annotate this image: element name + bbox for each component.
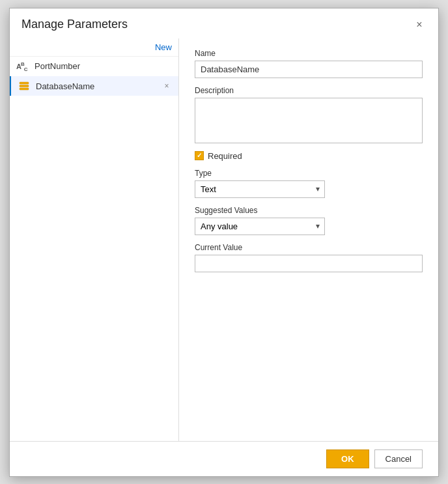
param-name-portnumber: PortNumber bbox=[35, 61, 172, 71]
type-label: Type bbox=[195, 169, 423, 178]
current-value-input[interactable] bbox=[195, 255, 423, 272]
description-input[interactable] bbox=[195, 98, 423, 143]
current-value-field-group: Current Value bbox=[195, 243, 423, 272]
new-param-button[interactable]: New bbox=[155, 42, 172, 52]
type-select-wrapper: Text Number Date Boolean Binary Duration… bbox=[195, 180, 325, 198]
param-list: ABC PortNumber DatabaseName × bbox=[10, 57, 178, 441]
dialog-footer: OK Cancel bbox=[10, 441, 438, 476]
right-panel: Name Description ✓ Required Type bbox=[179, 38, 438, 441]
db-icon bbox=[18, 81, 31, 91]
required-label: Required bbox=[208, 151, 242, 161]
manage-parameters-dialog: Manage Parameters × New ABC PortNumber bbox=[9, 8, 439, 477]
dialog-title: Manage Parameters bbox=[21, 18, 128, 31]
suggested-values-select-wrapper: Any value List of values bbox=[195, 218, 325, 235]
description-field-group: Description bbox=[195, 86, 423, 143]
suggested-values-label: Suggested Values bbox=[195, 206, 423, 215]
delete-param-button[interactable]: × bbox=[161, 81, 172, 91]
name-field-group: Name bbox=[195, 49, 423, 78]
check-mark-icon: ✓ bbox=[197, 152, 202, 159]
param-name-databasename: DatabaseName bbox=[36, 81, 156, 91]
dialog-title-bar: Manage Parameters × bbox=[10, 8, 438, 38]
type-field-group: Type Text Number Date Boolean Binary Dur… bbox=[195, 169, 423, 198]
name-input[interactable] bbox=[195, 61, 423, 78]
svg-rect-1 bbox=[20, 85, 29, 87]
param-item-databasename[interactable]: DatabaseName × bbox=[10, 76, 178, 96]
close-button[interactable]: × bbox=[412, 18, 427, 32]
current-value-label: Current Value bbox=[195, 243, 423, 252]
type-select[interactable]: Text Number Date Boolean Binary Duration… bbox=[195, 180, 325, 198]
suggested-values-field-group: Suggested Values Any value List of value… bbox=[195, 206, 423, 235]
abc-icon: ABC bbox=[16, 61, 29, 72]
name-label: Name bbox=[195, 49, 423, 58]
ok-button[interactable]: OK bbox=[326, 449, 369, 468]
left-panel: New ABC PortNumber bbox=[10, 38, 179, 441]
svg-rect-0 bbox=[20, 82, 29, 84]
suggested-values-select[interactable]: Any value List of values bbox=[195, 218, 325, 235]
cancel-button[interactable]: Cancel bbox=[374, 449, 423, 468]
param-item-portnumber[interactable]: ABC PortNumber bbox=[10, 57, 178, 77]
left-panel-actions: New bbox=[10, 38, 178, 57]
required-checkbox[interactable]: ✓ bbox=[195, 151, 204, 160]
svg-rect-2 bbox=[20, 88, 29, 90]
description-label: Description bbox=[195, 86, 423, 95]
required-row[interactable]: ✓ Required bbox=[195, 151, 423, 161]
dialog-body: New ABC PortNumber bbox=[10, 38, 438, 441]
